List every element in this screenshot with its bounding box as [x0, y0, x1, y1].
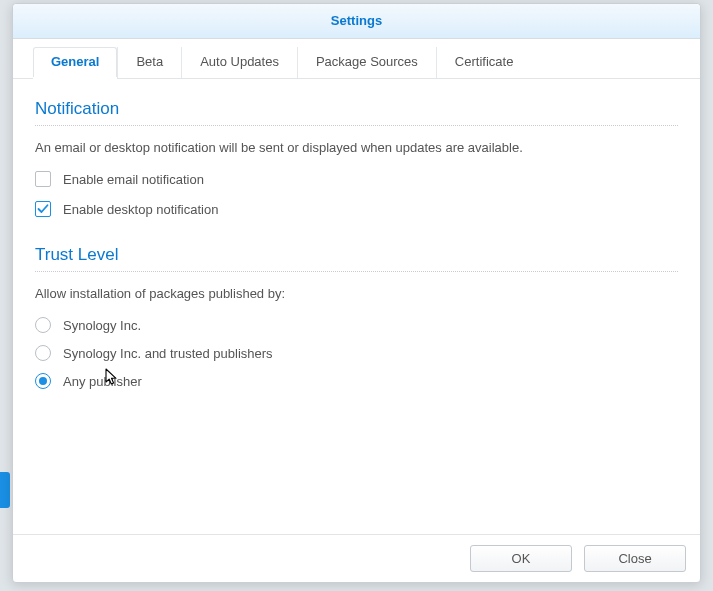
tab-certificate[interactable]: Certificate	[437, 47, 532, 78]
modal-title: Settings	[13, 4, 700, 39]
radio-synology-label: Synology Inc.	[63, 318, 141, 333]
checkbox-desktop[interactable]	[35, 201, 51, 217]
trust-description: Allow installation of packages published…	[35, 286, 678, 301]
check-icon	[37, 203, 49, 215]
divider	[35, 271, 678, 272]
divider	[35, 125, 678, 126]
tab-auto-updates[interactable]: Auto Updates	[182, 47, 298, 78]
notification-description: An email or desktop notification will be…	[35, 140, 678, 155]
radio-synology[interactable]	[35, 317, 51, 333]
trust-heading: Trust Level	[35, 245, 678, 265]
tab-package-sources[interactable]: Package Sources	[298, 47, 437, 78]
checkbox-row-email[interactable]: Enable email notification	[35, 171, 678, 187]
settings-modal: Settings General Beta Auto Updates Packa…	[12, 3, 701, 583]
radio-trusted[interactable]	[35, 345, 51, 361]
radio-row-synology[interactable]: Synology Inc.	[35, 317, 678, 333]
radio-trusted-label: Synology Inc. and trusted publishers	[63, 346, 273, 361]
radio-row-trusted[interactable]: Synology Inc. and trusted publishers	[35, 345, 678, 361]
tab-general[interactable]: General	[33, 47, 118, 78]
footer: OK Close	[13, 534, 700, 582]
radio-any[interactable]	[35, 373, 51, 389]
checkbox-email[interactable]	[35, 171, 51, 187]
radio-row-any[interactable]: Any publisher	[35, 373, 678, 389]
checkbox-email-label: Enable email notification	[63, 172, 204, 187]
tabs-bar: General Beta Auto Updates Package Source…	[13, 39, 700, 79]
checkbox-desktop-label: Enable desktop notification	[63, 202, 218, 217]
left-accent-strip	[0, 472, 10, 508]
radio-any-label: Any publisher	[63, 374, 142, 389]
ok-button[interactable]: OK	[470, 545, 572, 572]
content-area: Notification An email or desktop notific…	[13, 79, 700, 534]
tab-beta[interactable]: Beta	[118, 47, 182, 78]
notification-heading: Notification	[35, 99, 678, 119]
close-button[interactable]: Close	[584, 545, 686, 572]
checkbox-row-desktop[interactable]: Enable desktop notification	[35, 201, 678, 217]
